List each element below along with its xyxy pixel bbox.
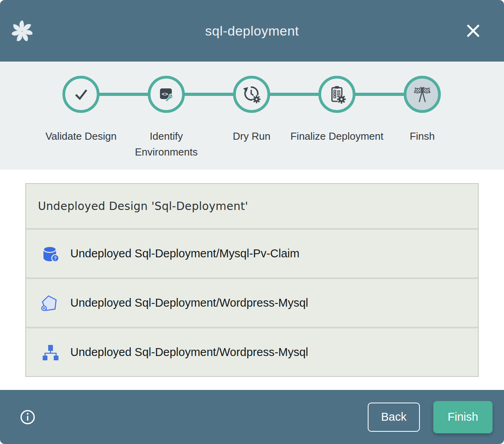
svg-text:<>: <> (162, 91, 168, 97)
pentagon-seal-icon (40, 294, 59, 313)
step-label-finish: Finsh (375, 128, 470, 144)
deployment-wizard-dialog: sql-deployment <> (0, 0, 504, 444)
dialog-header: sql-deployment (0, 0, 504, 62)
list-item-wordpress-mysql-hierarchy: Undeployed Sql-Deployment/Wordpress-Mysq… (26, 328, 478, 376)
step-validate-design[interactable] (62, 76, 100, 113)
dialog-title: sql-deployment (0, 0, 504, 62)
step-dry-run[interactable] (233, 76, 270, 113)
step-label-finalize-deployment: Finalize Deployment (290, 128, 384, 144)
svg-text:?: ? (54, 255, 56, 261)
checkered-flags-icon (412, 84, 433, 105)
dialog-body: Undeployed Design 'Sql-Deployment' ? Und… (0, 170, 504, 390)
dry-run-gear-icon (242, 84, 261, 104)
step-label-validate-design: Validate Design (34, 128, 128, 144)
list-item-text: Undeployed Sql-Deployment/Wordpress-Mysq… (70, 346, 308, 359)
close-icon[interactable] (465, 22, 482, 39)
list-item-text: Undeployed Sql-Deployment/Mysql-Pv-Claim (70, 247, 299, 260)
finish-button[interactable]: Finish (433, 401, 493, 433)
step-finish[interactable] (404, 76, 441, 113)
list-item-text: Undeployed Sql-Deployment/Wordpress-Mysq… (70, 296, 308, 309)
info-icon[interactable] (20, 409, 36, 425)
hierarchy-icon (40, 343, 59, 362)
step-label-identify-environments: Identify Environments (119, 128, 214, 160)
undeployed-list: Undeployed Design 'Sql-Deployment' ? Und… (25, 183, 479, 377)
list-item-wordpress-mysql-seal: Undeployed Sql-Deployment/Wordpress-Mysq… (26, 279, 478, 327)
step-identify-environments[interactable]: <> (148, 76, 185, 113)
code-window-wrench-icon: <> (157, 85, 176, 104)
list-item-mysql-pv-claim: ? Undeployed Sql-Deployment/Mysql-Pv-Cla… (26, 230, 478, 277)
database-icon: ? (40, 244, 59, 263)
clipboard-gear-icon (327, 84, 347, 104)
step-finalize-deployment[interactable] (318, 76, 355, 113)
dialog-footer: Back Finish (0, 390, 504, 444)
back-button[interactable]: Back (368, 403, 420, 432)
wizard-stepper: <> (0, 62, 504, 170)
undeployed-list-header: Undeployed Design 'Sql-Deployment' (26, 184, 478, 228)
step-label-dry-run: Dry Run (204, 128, 299, 144)
check-icon (72, 85, 90, 103)
